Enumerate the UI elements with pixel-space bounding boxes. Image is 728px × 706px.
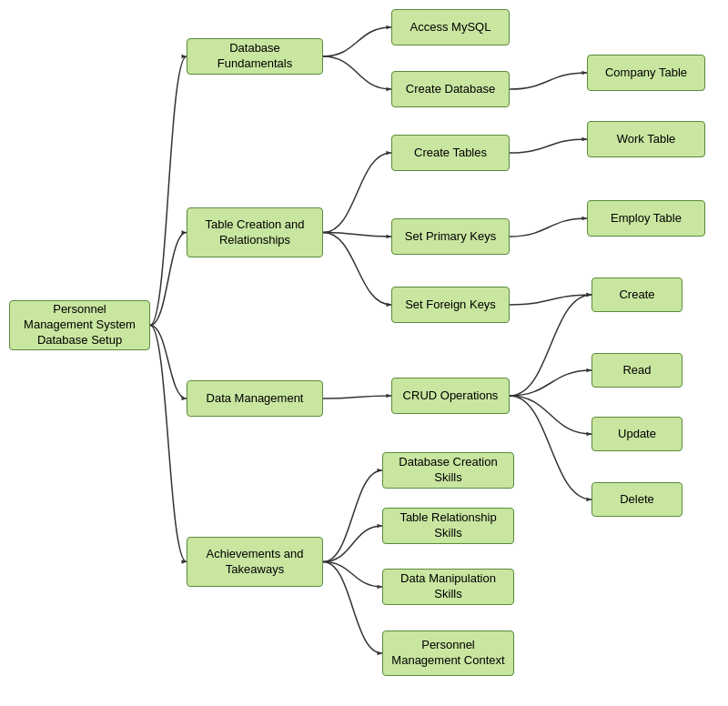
node-delete-node: Delete [592, 482, 682, 517]
edge-data-mgmt-crud [323, 396, 391, 398]
node-access-mysql: Access MySQL [391, 9, 510, 45]
edge-set-pk-employ-table [510, 218, 587, 237]
node-achiev: Achievements and Takeaways [187, 537, 323, 587]
node-table-cr: Table Creation and Relationships [187, 207, 323, 257]
edge-root-table-cr [150, 233, 187, 326]
mindmap-diagram: Personnel Management System Database Set… [0, 0, 728, 706]
edge-table-cr-set-fk [323, 233, 391, 306]
edge-achiev-db-creation-skills [323, 470, 382, 562]
node-create-tables: Create Tables [391, 135, 510, 171]
node-crud: CRUD Operations [391, 378, 510, 414]
node-create-node: Create [592, 277, 682, 312]
node-work-table: Work Table [587, 121, 705, 157]
edge-create-db-company-table [510, 73, 587, 89]
node-db-creation-skills: Database Creation Skills [382, 452, 514, 489]
edge-achiev-table-rel-skills [323, 526, 382, 562]
node-pers-mgmt-ctx: Personnel Management Context [382, 630, 514, 676]
edge-create-tables-work-table [510, 139, 587, 153]
edge-crud-read-node [510, 370, 592, 396]
edge-root-data-mgmt [150, 326, 187, 399]
edge-crud-update-node [510, 396, 592, 434]
edge-set-fk-create-node [510, 295, 592, 305]
node-read-node: Read [592, 353, 682, 388]
node-set-fk: Set Foreign Keys [391, 287, 510, 323]
edge-root-db-fund [150, 56, 187, 326]
edge-table-cr-create-tables [323, 153, 391, 233]
node-company-table: Company Table [587, 55, 705, 91]
node-set-pk: Set Primary Keys [391, 218, 510, 255]
node-db-fund: Database Fundamentals [187, 38, 323, 75]
node-root: Personnel Management System Database Set… [9, 300, 150, 350]
node-employ-table: Employ Table [587, 200, 705, 237]
edge-root-achiev [150, 326, 187, 562]
node-table-rel-skills: Table Relationship Skills [382, 508, 514, 544]
edge-crud-delete-node [510, 396, 592, 499]
edge-table-cr-set-pk [323, 233, 391, 237]
edge-achiev-data-manip-skills [323, 562, 382, 588]
edge-db-fund-access-mysql [323, 27, 391, 56]
node-create-db: Create Database [391, 71, 510, 107]
node-update-node: Update [592, 417, 682, 451]
edge-db-fund-create-db [323, 56, 391, 89]
edge-achiev-pers-mgmt-ctx [323, 562, 382, 654]
node-data-manip-skills: Data Manipulation Skills [382, 569, 514, 605]
edge-crud-create-node [510, 295, 592, 396]
node-data-mgmt: Data Management [187, 380, 323, 417]
